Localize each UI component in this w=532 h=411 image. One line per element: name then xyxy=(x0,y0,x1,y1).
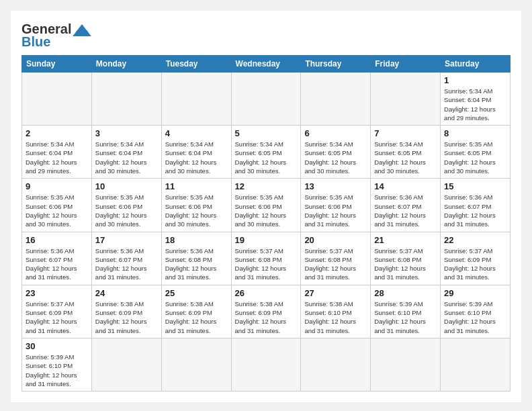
day-info: Sunrise: 5:35 AMSunset: 6:06 PMDaylight:… xyxy=(95,193,158,228)
weekday-sunday: Sunday xyxy=(22,56,92,73)
day-cell: 23Sunrise: 5:37 AMSunset: 6:09 PMDayligh… xyxy=(22,285,92,338)
day-number: 21 xyxy=(374,235,437,245)
day-info: Sunrise: 5:37 AMSunset: 6:08 PMDaylight:… xyxy=(235,246,298,282)
header: General Blue xyxy=(21,21,511,50)
day-cell: 16Sunrise: 5:36 AMSunset: 6:07 PMDayligh… xyxy=(22,232,92,285)
day-cell xyxy=(301,338,371,391)
day-info: Sunrise: 5:36 AMSunset: 6:08 PMDaylight:… xyxy=(165,246,228,282)
calendar-table: SundayMondayTuesdayWednesdayThursdayFrid… xyxy=(21,55,511,392)
day-info: Sunrise: 5:36 AMSunset: 6:07 PMDaylight:… xyxy=(95,246,158,282)
day-cell: 8Sunrise: 5:35 AMSunset: 6:05 PMDaylight… xyxy=(441,126,511,179)
day-cell: 1Sunrise: 5:34 AMSunset: 6:04 PMDaylight… xyxy=(441,73,511,126)
day-info: Sunrise: 5:39 AMSunset: 6:10 PMDaylight:… xyxy=(444,300,506,335)
day-cell: 25Sunrise: 5:38 AMSunset: 6:09 PMDayligh… xyxy=(161,285,231,338)
day-info: Sunrise: 5:38 AMSunset: 6:09 PMDaylight:… xyxy=(165,300,228,335)
day-cell xyxy=(91,73,161,126)
day-number: 24 xyxy=(95,288,158,298)
weekday-monday: Monday xyxy=(91,56,161,73)
day-info: Sunrise: 5:34 AMSunset: 6:05 PMDaylight:… xyxy=(304,140,367,175)
day-cell: 7Sunrise: 5:34 AMSunset: 6:05 PMDaylight… xyxy=(371,126,441,179)
weekday-thursday: Thursday xyxy=(301,56,371,73)
day-info: Sunrise: 5:35 AMSunset: 6:06 PMDaylight:… xyxy=(304,193,367,228)
day-number: 17 xyxy=(95,235,158,245)
day-info: Sunrise: 5:37 AMSunset: 6:09 PMDaylight:… xyxy=(26,300,88,335)
day-cell: 12Sunrise: 5:35 AMSunset: 6:06 PMDayligh… xyxy=(231,179,301,232)
day-number: 30 xyxy=(26,341,88,351)
day-cell xyxy=(371,338,441,391)
day-number: 12 xyxy=(235,181,298,191)
day-number: 9 xyxy=(26,181,88,191)
day-cell: 9Sunrise: 5:35 AMSunset: 6:06 PMDaylight… xyxy=(22,179,92,232)
weekday-wednesday: Wednesday xyxy=(231,56,301,73)
day-number: 20 xyxy=(304,235,367,245)
day-number: 15 xyxy=(444,181,506,191)
day-info: Sunrise: 5:34 AMSunset: 6:05 PMDaylight:… xyxy=(235,140,298,175)
day-cell xyxy=(91,338,161,391)
day-info: Sunrise: 5:36 AMSunset: 6:07 PMDaylight:… xyxy=(26,246,88,282)
day-number: 1 xyxy=(444,75,506,85)
day-cell: 21Sunrise: 5:37 AMSunset: 6:08 PMDayligh… xyxy=(371,232,441,285)
day-cell xyxy=(231,338,301,391)
day-number: 5 xyxy=(235,128,298,138)
day-cell xyxy=(22,73,92,126)
logo-blue-icon xyxy=(73,24,91,36)
day-info: Sunrise: 5:34 AMSunset: 6:04 PMDaylight:… xyxy=(444,87,506,122)
day-cell: 4Sunrise: 5:34 AMSunset: 6:04 PMDaylight… xyxy=(161,126,231,179)
day-info: Sunrise: 5:35 AMSunset: 6:06 PMDaylight:… xyxy=(235,193,298,228)
day-cell: 14Sunrise: 5:36 AMSunset: 6:07 PMDayligh… xyxy=(371,179,441,232)
day-number: 13 xyxy=(304,181,367,191)
logo-blue-text: Blue xyxy=(21,34,50,50)
day-cell: 22Sunrise: 5:37 AMSunset: 6:09 PMDayligh… xyxy=(441,232,511,285)
week-row-0: 1Sunrise: 5:34 AMSunset: 6:04 PMDaylight… xyxy=(22,73,511,126)
day-number: 3 xyxy=(95,128,158,138)
day-cell: 26Sunrise: 5:38 AMSunset: 6:09 PMDayligh… xyxy=(231,285,301,338)
day-info: Sunrise: 5:35 AMSunset: 6:05 PMDaylight:… xyxy=(444,140,506,175)
day-info: Sunrise: 5:39 AMSunset: 6:10 PMDaylight:… xyxy=(374,300,437,335)
day-cell: 17Sunrise: 5:36 AMSunset: 6:07 PMDayligh… xyxy=(91,232,161,285)
day-info: Sunrise: 5:35 AMSunset: 6:06 PMDaylight:… xyxy=(26,193,88,228)
day-cell: 18Sunrise: 5:36 AMSunset: 6:08 PMDayligh… xyxy=(161,232,231,285)
day-number: 26 xyxy=(235,288,298,298)
day-cell: 15Sunrise: 5:36 AMSunset: 6:07 PMDayligh… xyxy=(441,179,511,232)
day-number: 29 xyxy=(444,288,506,298)
day-info: Sunrise: 5:38 AMSunset: 6:09 PMDaylight:… xyxy=(235,300,298,335)
day-cell: 30Sunrise: 5:39 AMSunset: 6:10 PMDayligh… xyxy=(22,338,92,391)
day-number: 28 xyxy=(374,288,437,298)
day-cell: 5Sunrise: 5:34 AMSunset: 6:05 PMDaylight… xyxy=(231,126,301,179)
day-number: 14 xyxy=(374,181,437,191)
svg-rect-1 xyxy=(77,30,88,33)
day-cell xyxy=(161,338,231,391)
day-info: Sunrise: 5:36 AMSunset: 6:07 PMDaylight:… xyxy=(374,193,437,228)
day-number: 16 xyxy=(26,235,88,245)
day-info: Sunrise: 5:34 AMSunset: 6:04 PMDaylight:… xyxy=(165,140,228,175)
day-cell: 20Sunrise: 5:37 AMSunset: 6:08 PMDayligh… xyxy=(301,232,371,285)
day-number: 19 xyxy=(235,235,298,245)
day-cell: 11Sunrise: 5:35 AMSunset: 6:06 PMDayligh… xyxy=(161,179,231,232)
day-info: Sunrise: 5:37 AMSunset: 6:09 PMDaylight:… xyxy=(444,246,506,282)
week-row-2: 9Sunrise: 5:35 AMSunset: 6:06 PMDaylight… xyxy=(22,179,511,232)
week-row-4: 23Sunrise: 5:37 AMSunset: 6:09 PMDayligh… xyxy=(22,285,511,338)
day-number: 23 xyxy=(26,288,88,298)
day-info: Sunrise: 5:38 AMSunset: 6:10 PMDaylight:… xyxy=(304,300,367,335)
day-cell xyxy=(371,73,441,126)
day-cell: 27Sunrise: 5:38 AMSunset: 6:10 PMDayligh… xyxy=(301,285,371,338)
day-cell: 10Sunrise: 5:35 AMSunset: 6:06 PMDayligh… xyxy=(91,179,161,232)
day-cell xyxy=(161,73,231,126)
day-number: 6 xyxy=(304,128,367,138)
day-number: 2 xyxy=(26,128,88,138)
week-row-5: 30Sunrise: 5:39 AMSunset: 6:10 PMDayligh… xyxy=(22,338,511,391)
day-number: 27 xyxy=(304,288,367,298)
day-cell xyxy=(301,73,371,126)
day-number: 4 xyxy=(165,128,228,138)
weekday-header-row: SundayMondayTuesdayWednesdayThursdayFrid… xyxy=(22,56,511,73)
day-number: 22 xyxy=(444,235,506,245)
day-cell xyxy=(441,338,511,391)
day-number: 11 xyxy=(165,181,228,191)
day-info: Sunrise: 5:34 AMSunset: 6:04 PMDaylight:… xyxy=(26,140,88,175)
week-row-1: 2Sunrise: 5:34 AMSunset: 6:04 PMDaylight… xyxy=(22,126,511,179)
day-info: Sunrise: 5:36 AMSunset: 6:07 PMDaylight:… xyxy=(444,193,506,228)
svg-marker-0 xyxy=(73,24,92,36)
day-cell: 19Sunrise: 5:37 AMSunset: 6:08 PMDayligh… xyxy=(231,232,301,285)
day-cell: 28Sunrise: 5:39 AMSunset: 6:10 PMDayligh… xyxy=(371,285,441,338)
day-cell: 3Sunrise: 5:34 AMSunset: 6:04 PMDaylight… xyxy=(91,126,161,179)
